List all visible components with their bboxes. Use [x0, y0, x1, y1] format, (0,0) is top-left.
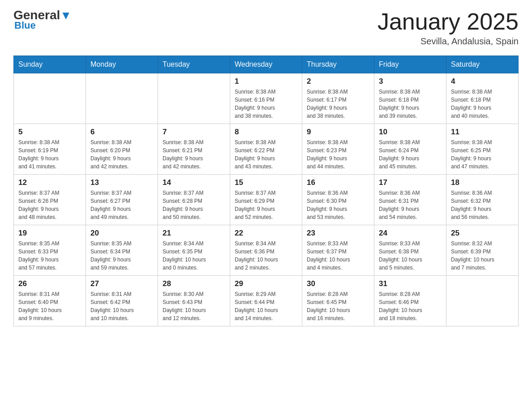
day-number: 31 [379, 279, 442, 288]
calendar-cell: 3Sunrise: 8:38 AM Sunset: 6:18 PM Daylig… [374, 73, 446, 124]
calendar-cell: 11Sunrise: 8:38 AM Sunset: 6:25 PM Dayli… [446, 124, 519, 175]
day-number: 9 [307, 128, 369, 137]
month-title: January 2025 [378, 9, 519, 34]
header-saturday: Saturday [446, 56, 519, 73]
day-number: 27 [90, 279, 153, 288]
day-number: 16 [307, 178, 369, 187]
day-number: 23 [307, 229, 369, 238]
calendar-cell: 18Sunrise: 8:36 AM Sunset: 6:32 PM Dayli… [446, 175, 519, 225]
day-info: Sunrise: 8:36 AM Sunset: 6:31 PM Dayligh… [379, 189, 442, 221]
day-info: Sunrise: 8:32 AM Sunset: 6:39 PM Dayligh… [451, 240, 514, 272]
calendar-week-2: 5Sunrise: 8:38 AM Sunset: 6:19 PM Daylig… [14, 124, 519, 175]
day-number: 11 [451, 128, 514, 137]
logo-blue-text: Blue [14, 20, 36, 31]
logo: General▼ Blue [13, 9, 72, 31]
header-tuesday: Tuesday [158, 56, 230, 73]
day-info: Sunrise: 8:29 AM Sunset: 6:44 PM Dayligh… [235, 290, 297, 322]
day-number: 26 [18, 279, 81, 288]
page-header: General▼ Blue January 2025 Sevilla, Anda… [13, 9, 519, 47]
day-number: 17 [379, 178, 442, 187]
day-number: 6 [90, 128, 153, 137]
day-info: Sunrise: 8:38 AM Sunset: 6:21 PM Dayligh… [163, 138, 225, 171]
calendar-cell [446, 276, 519, 326]
calendar-week-4: 19Sunrise: 8:35 AM Sunset: 6:33 PM Dayli… [14, 225, 519, 276]
day-info: Sunrise: 8:36 AM Sunset: 6:30 PM Dayligh… [307, 189, 369, 221]
calendar-week-3: 12Sunrise: 8:37 AM Sunset: 6:26 PM Dayli… [14, 175, 519, 225]
day-info: Sunrise: 8:34 AM Sunset: 6:36 PM Dayligh… [235, 240, 297, 272]
day-number: 20 [90, 229, 153, 238]
day-number: 10 [379, 128, 442, 137]
day-info: Sunrise: 8:34 AM Sunset: 6:35 PM Dayligh… [163, 240, 225, 272]
day-info: Sunrise: 8:33 AM Sunset: 6:37 PM Dayligh… [307, 240, 369, 272]
day-info: Sunrise: 8:35 AM Sunset: 6:34 PM Dayligh… [90, 240, 153, 272]
calendar-cell: 22Sunrise: 8:34 AM Sunset: 6:36 PM Dayli… [230, 225, 302, 276]
day-info: Sunrise: 8:38 AM Sunset: 6:18 PM Dayligh… [379, 88, 442, 120]
day-info: Sunrise: 8:38 AM Sunset: 6:16 PM Dayligh… [235, 88, 297, 120]
calendar-cell: 20Sunrise: 8:35 AM Sunset: 6:34 PM Dayli… [86, 225, 158, 276]
day-number: 30 [307, 279, 369, 288]
header-friday: Friday [374, 56, 446, 73]
calendar-cell: 16Sunrise: 8:36 AM Sunset: 6:30 PM Dayli… [302, 175, 374, 225]
calendar-cell: 10Sunrise: 8:38 AM Sunset: 6:24 PM Dayli… [374, 124, 446, 175]
day-number: 3 [379, 77, 442, 86]
day-info: Sunrise: 8:33 AM Sunset: 6:38 PM Dayligh… [379, 240, 442, 272]
header-monday: Monday [86, 56, 158, 73]
day-number: 28 [163, 279, 225, 288]
day-number: 5 [18, 128, 81, 137]
day-number: 12 [18, 178, 81, 187]
calendar-cell [158, 73, 230, 124]
day-info: Sunrise: 8:38 AM Sunset: 6:23 PM Dayligh… [307, 138, 369, 171]
day-info: Sunrise: 8:35 AM Sunset: 6:33 PM Dayligh… [18, 240, 81, 272]
day-info: Sunrise: 8:38 AM Sunset: 6:22 PM Dayligh… [235, 138, 297, 171]
day-info: Sunrise: 8:31 AM Sunset: 6:42 PM Dayligh… [90, 290, 153, 322]
calendar-table: Sunday Monday Tuesday Wednesday Thursday… [13, 56, 519, 326]
day-number: 15 [235, 178, 297, 187]
day-info: Sunrise: 8:38 AM Sunset: 6:18 PM Dayligh… [451, 88, 514, 120]
calendar-cell: 21Sunrise: 8:34 AM Sunset: 6:35 PM Dayli… [158, 225, 230, 276]
header-sunday: Sunday [14, 56, 86, 73]
day-info: Sunrise: 8:31 AM Sunset: 6:40 PM Dayligh… [18, 290, 81, 322]
calendar-cell: 4Sunrise: 8:38 AM Sunset: 6:18 PM Daylig… [446, 73, 519, 124]
calendar-cell: 13Sunrise: 8:37 AM Sunset: 6:27 PM Dayli… [86, 175, 158, 225]
day-number: 7 [163, 128, 225, 137]
calendar-cell: 28Sunrise: 8:30 AM Sunset: 6:43 PM Dayli… [158, 276, 230, 326]
weekday-header-row: Sunday Monday Tuesday Wednesday Thursday… [14, 56, 519, 73]
day-number: 25 [451, 229, 514, 238]
calendar-cell [86, 73, 158, 124]
calendar-cell [14, 73, 86, 124]
day-info: Sunrise: 8:30 AM Sunset: 6:43 PM Dayligh… [163, 290, 225, 322]
calendar-cell: 6Sunrise: 8:38 AM Sunset: 6:20 PM Daylig… [86, 124, 158, 175]
calendar-cell: 1Sunrise: 8:38 AM Sunset: 6:16 PM Daylig… [230, 73, 302, 124]
calendar-cell: 23Sunrise: 8:33 AM Sunset: 6:37 PM Dayli… [302, 225, 374, 276]
day-number: 2 [307, 77, 369, 86]
day-info: Sunrise: 8:37 AM Sunset: 6:26 PM Dayligh… [18, 189, 81, 221]
calendar-cell: 31Sunrise: 8:28 AM Sunset: 6:46 PM Dayli… [374, 276, 446, 326]
calendar-cell: 26Sunrise: 8:31 AM Sunset: 6:40 PM Dayli… [14, 276, 86, 326]
calendar-cell: 25Sunrise: 8:32 AM Sunset: 6:39 PM Dayli… [446, 225, 519, 276]
calendar-cell: 5Sunrise: 8:38 AM Sunset: 6:19 PM Daylig… [14, 124, 86, 175]
day-number: 22 [235, 229, 297, 238]
day-number: 21 [163, 229, 225, 238]
day-number: 29 [235, 279, 297, 288]
calendar-cell: 30Sunrise: 8:28 AM Sunset: 6:45 PM Dayli… [302, 276, 374, 326]
day-info: Sunrise: 8:36 AM Sunset: 6:32 PM Dayligh… [451, 189, 514, 221]
day-info: Sunrise: 8:38 AM Sunset: 6:19 PM Dayligh… [18, 138, 81, 171]
day-number: 18 [451, 178, 514, 187]
calendar-cell: 27Sunrise: 8:31 AM Sunset: 6:42 PM Dayli… [86, 276, 158, 326]
calendar-cell: 8Sunrise: 8:38 AM Sunset: 6:22 PM Daylig… [230, 124, 302, 175]
calendar-cell: 7Sunrise: 8:38 AM Sunset: 6:21 PM Daylig… [158, 124, 230, 175]
location-subtitle: Sevilla, Andalusia, Spain [378, 36, 519, 47]
calendar-cell: 12Sunrise: 8:37 AM Sunset: 6:26 PM Dayli… [14, 175, 86, 225]
day-info: Sunrise: 8:38 AM Sunset: 6:24 PM Dayligh… [379, 138, 442, 171]
calendar-week-5: 26Sunrise: 8:31 AM Sunset: 6:40 PM Dayli… [14, 276, 519, 326]
title-area: January 2025 Sevilla, Andalusia, Spain [378, 9, 519, 47]
day-number: 1 [235, 77, 297, 86]
day-info: Sunrise: 8:38 AM Sunset: 6:25 PM Dayligh… [451, 138, 514, 171]
day-number: 14 [163, 178, 225, 187]
calendar-cell: 14Sunrise: 8:37 AM Sunset: 6:28 PM Dayli… [158, 175, 230, 225]
day-info: Sunrise: 8:28 AM Sunset: 6:46 PM Dayligh… [379, 290, 442, 322]
header-thursday: Thursday [302, 56, 374, 73]
calendar-week-1: 1Sunrise: 8:38 AM Sunset: 6:16 PM Daylig… [14, 73, 519, 124]
day-info: Sunrise: 8:37 AM Sunset: 6:29 PM Dayligh… [235, 189, 297, 221]
calendar-cell: 17Sunrise: 8:36 AM Sunset: 6:31 PM Dayli… [374, 175, 446, 225]
